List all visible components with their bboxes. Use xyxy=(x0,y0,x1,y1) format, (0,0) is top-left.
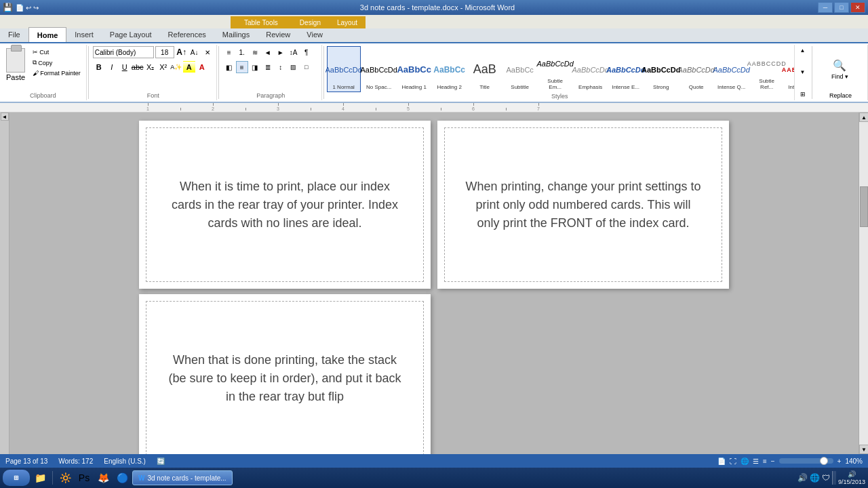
taskbar-icon-firefox[interactable]: 🦊 xyxy=(94,470,112,486)
style-normal[interactable]: AaBbCcDd 1 Normal xyxy=(327,46,361,92)
find-button[interactable]: 🔍 Find ▾ xyxy=(827,49,853,89)
document-area[interactable]: When it is time to print, place our inde… xyxy=(9,113,859,454)
zoom-in-button[interactable]: + xyxy=(837,458,842,465)
view-print-button[interactable]: 📄 xyxy=(717,458,726,465)
sort-button[interactable]: ↕A xyxy=(288,46,300,58)
text-effects-button[interactable]: A✨ xyxy=(170,61,182,73)
copy-button[interactable]: ⧉ Copy xyxy=(30,58,83,68)
status-bar: Page 13 of 13 Words: 172 English (U.S.) … xyxy=(0,454,868,468)
style-subtle-em[interactable]: AaBbCcDd Subtle Em... xyxy=(538,46,572,92)
tray-network-icon[interactable]: 🌐 xyxy=(810,473,820,483)
styles-change-button[interactable]: ▲ ▼ ⊞ xyxy=(794,45,810,100)
font-size-input[interactable] xyxy=(155,46,174,58)
style-heading1-label: Heading 1 xyxy=(401,84,426,90)
scroll-thumb[interactable] xyxy=(860,186,868,227)
view-outline-button[interactable]: ☰ xyxy=(753,458,759,465)
right-scrollbar[interactable]: ▲ ▼ xyxy=(859,113,868,454)
scroll-down-button[interactable]: ▼ xyxy=(859,445,868,454)
highlight-button[interactable]: A xyxy=(183,61,195,73)
maximize-button[interactable]: □ xyxy=(834,2,849,13)
style-heading2-preview: AaBbCc xyxy=(435,56,464,84)
style-normal-label: 1 Normal xyxy=(332,84,354,90)
start-button[interactable]: ⊞ xyxy=(3,470,30,486)
style-subtitle[interactable]: AaBbCc Subtitle xyxy=(503,46,537,92)
paste-button[interactable]: Paste xyxy=(3,46,28,83)
tab-home[interactable]: Home xyxy=(28,27,67,42)
cut-button[interactable]: ✂ Cut xyxy=(30,47,83,57)
tab-references[interactable]: References xyxy=(160,27,214,42)
tab-file[interactable]: File xyxy=(0,27,28,42)
show-marks-button[interactable]: ¶ xyxy=(300,46,313,58)
zoom-out-button[interactable]: − xyxy=(771,458,775,465)
style-quote-label: Quote xyxy=(689,84,704,90)
justify-button[interactable]: ≣ xyxy=(262,61,274,73)
font-name-input[interactable] xyxy=(93,46,154,58)
font-grow-button[interactable]: A↑ xyxy=(176,46,188,58)
align-right-button[interactable]: ◨ xyxy=(249,61,261,73)
style-intense-r[interactable]: AaBbCcDd Intense R... xyxy=(785,46,794,92)
minimize-button[interactable]: ─ xyxy=(818,2,833,13)
word-app-label: 3d note cards - template... xyxy=(147,474,226,482)
style-intense-q-label: Intense Q... xyxy=(717,84,745,90)
italic-button[interactable]: I xyxy=(106,61,118,73)
tab-layout[interactable]: Layout xyxy=(329,16,366,28)
view-fullscreen-button[interactable]: ⛶ xyxy=(730,458,736,465)
close-button[interactable]: ✕ xyxy=(850,2,865,13)
font-shrink-button[interactable]: A↓ xyxy=(189,46,201,58)
page-indicator: Page 13 of 13 xyxy=(5,458,47,465)
style-intense-q[interactable]: AaBbCcDd Intense Q... xyxy=(715,46,749,92)
style-heading1[interactable]: AaBbCc Heading 1 xyxy=(397,46,431,92)
tray-show-desktop[interactable] xyxy=(832,471,836,485)
taskbar-icon-lightroom[interactable]: 🔆 xyxy=(56,470,74,486)
paragraph-group: ≡ 1. ≋ ◄ ► ↕A ¶ ◧ ≡ ◨ ≣ ↕ ▨ □ Paragraph xyxy=(220,45,322,100)
system-clock[interactable]: 🔊 9/15/2013 xyxy=(838,470,865,487)
taskbar-icon-chrome[interactable]: 🔵 xyxy=(113,470,131,486)
style-intense-e-label: Intense E... xyxy=(612,84,639,90)
style-strong[interactable]: AaBbCcDd Strong xyxy=(644,46,678,92)
tab-page-layout[interactable]: Page Layout xyxy=(102,27,160,42)
superscript-button[interactable]: X² xyxy=(157,61,170,73)
subscript-button[interactable]: X₂ xyxy=(144,61,157,73)
tray-action-center-icon[interactable]: 🛡 xyxy=(822,473,830,483)
paste-label: Paste xyxy=(6,73,25,81)
clear-formatting-button[interactable]: ✕ xyxy=(201,46,214,58)
view-draft-button[interactable]: ≡ xyxy=(763,458,767,465)
style-intense-e[interactable]: AaBbCcDd Intense E... xyxy=(609,46,643,92)
multilevel-list-button[interactable]: ≋ xyxy=(249,46,261,58)
left-panel-icon: ◄ xyxy=(1,113,9,121)
borders-button[interactable]: □ xyxy=(300,61,313,73)
style-heading1-preview: AaBbCc xyxy=(400,56,429,84)
align-left-button[interactable]: ◧ xyxy=(223,61,235,73)
style-no-spacing[interactable]: AaBbCcDd No Spac... xyxy=(362,46,396,92)
view-web-button[interactable]: 🌐 xyxy=(741,458,749,465)
align-center-button[interactable]: ≡ xyxy=(236,61,248,73)
shading-button[interactable]: ▨ xyxy=(288,61,300,73)
style-heading2[interactable]: AaBbCc Heading 2 xyxy=(433,46,467,92)
style-subtle-ref[interactable]: AaBbCcDd Subtle Ref... xyxy=(750,46,784,92)
underline-button[interactable]: U xyxy=(119,61,131,73)
scroll-track[interactable] xyxy=(859,122,868,445)
font-color-button[interactable]: A xyxy=(196,61,208,73)
tab-review[interactable]: Review xyxy=(258,27,298,42)
line-spacing-button[interactable]: ↕ xyxy=(275,61,287,73)
tray-volume-icon[interactable]: 🔊 xyxy=(797,473,808,483)
tab-mailings[interactable]: Mailings xyxy=(214,27,258,42)
taskbar-word-app[interactable]: W 3d note cards - template... xyxy=(132,470,233,485)
taskbar-icon-photoshop[interactable]: Ps xyxy=(75,470,93,486)
replace-button[interactable]: Replace xyxy=(827,91,854,100)
style-title[interactable]: AaB Title xyxy=(468,46,502,92)
strikethrough-button[interactable]: abc xyxy=(132,61,144,73)
taskbar-icon-explorer[interactable]: 📁 xyxy=(31,470,49,486)
scroll-up-button[interactable]: ▲ xyxy=(859,113,868,122)
bold-button[interactable]: B xyxy=(93,61,105,73)
increase-indent-button[interactable]: ► xyxy=(275,46,287,58)
bullets-button[interactable]: ≡ xyxy=(223,46,235,58)
format-painter-button[interactable]: 🖌 Format Painter xyxy=(30,68,83,78)
numbering-button[interactable]: 1. xyxy=(236,46,248,58)
decrease-indent-button[interactable]: ◄ xyxy=(262,46,274,58)
tab-view[interactable]: View xyxy=(298,27,331,42)
tab-insert[interactable]: Insert xyxy=(66,27,102,42)
style-emphasis[interactable]: AaBbCcDd Emphasis xyxy=(574,46,608,92)
style-quote[interactable]: AaBbCcDd Quote xyxy=(679,46,713,92)
zoom-slider[interactable] xyxy=(779,458,833,464)
